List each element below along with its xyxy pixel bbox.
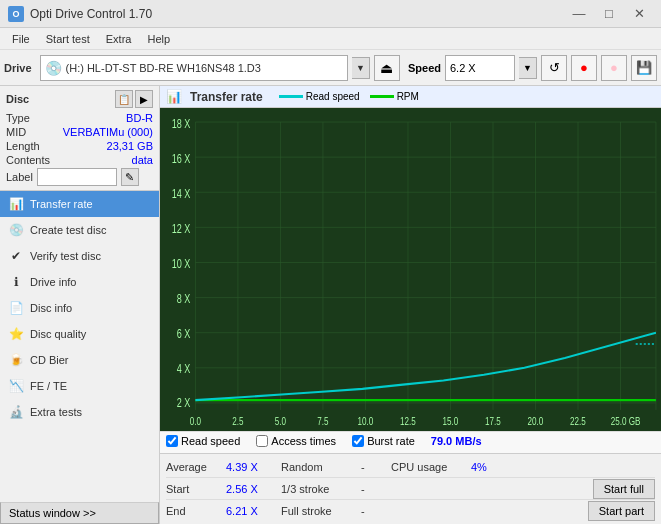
start-full-button[interactable]: Start full xyxy=(593,479,655,499)
svg-text:17.5: 17.5 xyxy=(485,415,501,428)
svg-text:6 X: 6 X xyxy=(177,327,191,341)
svg-text:2 X: 2 X xyxy=(177,396,191,410)
close-button[interactable]: ✕ xyxy=(625,3,653,25)
toolbar: Drive 💿 (H:) HL-DT-ST BD-RE WH16NS48 1.D… xyxy=(0,50,661,86)
titlebar-controls: — □ ✕ xyxy=(565,3,653,25)
drive-selector[interactable]: 💿 (H:) HL-DT-ST BD-RE WH16NS48 1.D3 xyxy=(40,55,348,81)
disc-icons: 📋 ▶ xyxy=(115,90,153,108)
access-times-checkbox[interactable] xyxy=(256,435,268,447)
start-label: Start xyxy=(166,483,226,495)
stats-average-row: Average 4.39 X Random - CPU usage 4% xyxy=(166,456,655,478)
menu-help[interactable]: Help xyxy=(139,31,178,47)
nav-transfer-rate[interactable]: 📊 Transfer rate xyxy=(0,191,159,217)
drive-selector-text: (H:) HL-DT-ST BD-RE WH16NS48 1.D3 xyxy=(66,62,343,74)
red-circle-button[interactable]: ● xyxy=(571,55,597,81)
chart-title: Transfer rate xyxy=(190,90,263,104)
nav-section: 📊 Transfer rate 💿 Create test disc ✔ Ver… xyxy=(0,191,159,502)
svg-text:5.0: 5.0 xyxy=(275,415,287,428)
pink-circle-button[interactable]: ● xyxy=(601,55,627,81)
disc-length-label: Length xyxy=(6,140,40,152)
disc-type-row: Type BD-R xyxy=(6,112,153,124)
menu-extra[interactable]: Extra xyxy=(98,31,140,47)
nav-verify-test-disc-label: Verify test disc xyxy=(30,250,101,262)
speed-dropdown-button[interactable]: ▼ xyxy=(519,57,537,79)
average-value: 4.39 X xyxy=(226,461,281,473)
read-speed-checkbox-label[interactable]: Read speed xyxy=(166,435,240,447)
svg-text:10 X: 10 X xyxy=(172,257,191,271)
save-button[interactable]: 💾 xyxy=(631,55,657,81)
titlebar-left: O Opti Drive Control 1.70 xyxy=(8,6,152,22)
nav-create-test-disc-label: Create test disc xyxy=(30,224,106,236)
nav-drive-info[interactable]: ℹ Drive info xyxy=(0,269,159,295)
maximize-button[interactable]: □ xyxy=(595,3,623,25)
chart-header: 📊 Transfer rate Read speed RPM xyxy=(160,86,661,108)
svg-text:2.5: 2.5 xyxy=(232,415,244,428)
nav-fe-te[interactable]: 📉 FE / TE xyxy=(0,373,159,399)
legend-read-speed: Read speed xyxy=(279,91,360,102)
drive-dropdown-button[interactable]: ▼ xyxy=(352,57,370,79)
nav-verify-test-disc[interactable]: ✔ Verify test disc xyxy=(0,243,159,269)
burst-rate-checkbox[interactable] xyxy=(352,435,364,447)
menu-start-test[interactable]: Start test xyxy=(38,31,98,47)
nav-disc-info[interactable]: 📄 Disc info xyxy=(0,295,159,321)
svg-text:8 X: 8 X xyxy=(177,292,191,306)
disc-quality-icon: ⭐ xyxy=(8,326,24,342)
disc-length-value: 23,31 GB xyxy=(107,140,153,152)
disc-section: Disc 📋 ▶ Type BD-R MID VERBATIMu (000) L… xyxy=(0,86,159,191)
random-value: - xyxy=(361,461,391,473)
chart-area: 18 X 16 X 14 X 12 X 10 X 8 X 6 X 4 X 2 X… xyxy=(160,108,661,431)
disc-label-label: Label xyxy=(6,171,33,183)
disc-icon-btn2[interactable]: ▶ xyxy=(135,90,153,108)
minimize-button[interactable]: — xyxy=(565,3,593,25)
legend-read-speed-color xyxy=(279,95,303,98)
nav-transfer-rate-label: Transfer rate xyxy=(30,198,93,210)
disc-label-input[interactable] xyxy=(37,168,117,186)
eject-button[interactable]: ⏏ xyxy=(374,55,400,81)
legend-read-speed-label: Read speed xyxy=(306,91,360,102)
disc-icon-btn1[interactable]: 📋 xyxy=(115,90,133,108)
svg-text:12.5: 12.5 xyxy=(400,415,416,428)
svg-text:12 X: 12 X xyxy=(172,222,191,236)
nav-extra-tests[interactable]: 🔬 Extra tests xyxy=(0,399,159,425)
start-part-button[interactable]: Start part xyxy=(588,501,655,521)
disc-contents-row: Contents data xyxy=(6,154,153,166)
start-value: 2.56 X xyxy=(226,483,281,495)
nav-create-test-disc[interactable]: 💿 Create test disc xyxy=(0,217,159,243)
speed-selector[interactable]: 6.2 X xyxy=(445,55,515,81)
disc-mid-label: MID xyxy=(6,126,26,138)
full-stroke-value: - xyxy=(361,505,391,517)
svg-text:14 X: 14 X xyxy=(172,186,191,200)
checkboxes-row: Read speed Access times Burst rate 79.0 … xyxy=(166,435,655,447)
transfer-rate-icon: 📊 xyxy=(8,196,24,212)
svg-text:20.0: 20.0 xyxy=(528,415,544,428)
status-window-button[interactable]: Status window >> xyxy=(0,502,159,524)
access-times-checkbox-text: Access times xyxy=(271,435,336,447)
average-label: Average xyxy=(166,461,226,473)
fe-te-icon: 📉 xyxy=(8,378,24,394)
nav-disc-quality-label: Disc quality xyxy=(30,328,86,340)
refresh-button[interactable]: ↺ xyxy=(541,55,567,81)
menu-file[interactable]: File xyxy=(4,31,38,47)
disc-length-row: Length 23,31 GB xyxy=(6,140,153,152)
disc-label-edit-button[interactable]: ✎ xyxy=(121,168,139,186)
disc-contents-label: Contents xyxy=(6,154,50,166)
access-times-checkbox-label[interactable]: Access times xyxy=(256,435,336,447)
chart-svg: 18 X 16 X 14 X 12 X 10 X 8 X 6 X 4 X 2 X… xyxy=(160,108,661,431)
status-window-label: Status window >> xyxy=(9,507,96,519)
legend-rpm-label: RPM xyxy=(397,91,419,102)
cd-bier-icon: 🍺 xyxy=(8,352,24,368)
svg-text:15.0: 15.0 xyxy=(443,415,459,428)
nav-cd-bier[interactable]: 🍺 CD Bier xyxy=(0,347,159,373)
read-speed-checkbox[interactable] xyxy=(166,435,178,447)
svg-text:18 X: 18 X xyxy=(172,116,191,130)
disc-section-label: Disc xyxy=(6,93,29,105)
disc-contents-value: data xyxy=(132,154,153,166)
svg-text:22.5: 22.5 xyxy=(570,415,586,428)
nav-disc-quality[interactable]: ⭐ Disc quality xyxy=(0,321,159,347)
burst-rate-checkbox-label[interactable]: Burst rate xyxy=(352,435,415,447)
app-icon: O xyxy=(8,6,24,22)
app-title: Opti Drive Control 1.70 xyxy=(30,7,152,21)
svg-text:25.0 GB: 25.0 GB xyxy=(611,415,641,428)
cpu-label: CPU usage xyxy=(391,461,471,473)
nav-extra-tests-label: Extra tests xyxy=(30,406,82,418)
